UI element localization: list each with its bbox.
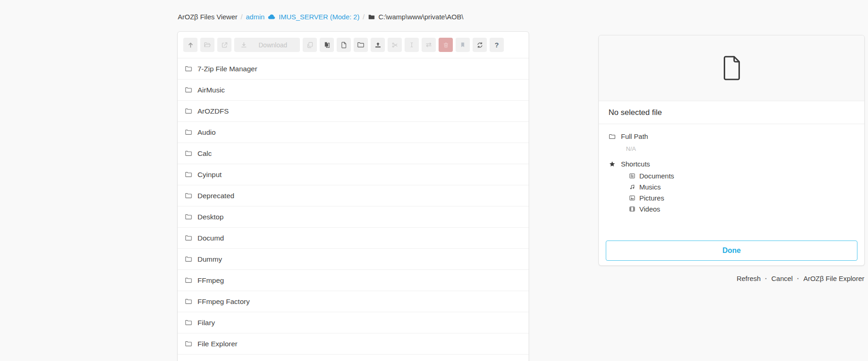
toolbar: Download [178,32,529,58]
breadcrumb-path: C:\wamp\www\private\AOB\ [378,13,463,21]
file-row-label: Desktop [197,213,224,221]
scissors-icon [391,41,399,49]
navigate-up-button[interactable] [183,38,197,52]
new-file-icon [340,41,348,49]
file-row-documd[interactable]: Documd [178,228,529,249]
folder-icon [185,276,192,284]
file-row-label: FFmpeg Factory [197,298,250,306]
copy-icon [323,41,331,49]
folder-icon [185,213,192,221]
shortcut-videos[interactable]: Videos [629,203,855,214]
shortcuts-label: Shortcuts [621,160,650,168]
folder-icon [185,340,192,348]
file-row-7zip[interactable]: 7-Zip File Manager [178,58,529,80]
file-row-desktop[interactable]: Desktop [178,206,529,228]
copy-button[interactable] [320,38,334,52]
arrow-up-icon [187,41,194,49]
bookmark-button[interactable] [456,38,470,52]
shortcut-label: Pictures [639,194,664,202]
open-external-button[interactable] [217,38,231,52]
upload-icon [374,41,382,49]
file-explorer-link[interactable]: ArOZβ File Explorer [803,275,864,282]
footer-separator: · [765,275,767,282]
folder-icon [609,133,616,140]
duplicate-button[interactable] [303,38,317,52]
file-row-ffmpeg-factory[interactable]: FFmpeg Factory [178,291,529,312]
file-row-arozdfs[interactable]: ArOZDFS [178,101,529,122]
file-list: 7-Zip File Manager AirMusic ArOZDFS Audi… [178,58,529,355]
text-cursor-icon [408,41,415,48]
refresh-icon [476,41,484,49]
folder-filled-icon [368,13,375,21]
folder-icon [185,171,192,178]
done-button[interactable]: Done [606,241,857,261]
file-row-label: ArOZDFS [197,107,229,115]
shortcut-label: Documents [639,172,674,180]
breadcrumb-server-link[interactable]: IMUS_SERVER (Mode: 2) [279,13,360,21]
app-title: ArOZβ Files Viewer [178,13,237,21]
folder-icon [185,234,192,242]
cancel-link[interactable]: Cancel [771,275,793,282]
file-row-audio[interactable]: Audio [178,122,529,143]
cut-button[interactable] [388,38,402,52]
file-row-deprecated[interactable]: Deprecated [178,185,529,206]
file-row-label: Audio [197,128,216,137]
folder-icon [185,255,192,263]
new-folder-button[interactable] [354,38,368,52]
rename-button[interactable] [405,38,419,52]
refresh-button[interactable] [473,38,487,52]
refresh-link[interactable]: Refresh [737,275,761,282]
picture-icon [629,195,636,201]
shortcuts-item: Shortcuts [609,158,855,170]
breadcrumb-user-link[interactable]: admin [246,13,265,21]
bookmark-icon [459,41,466,48]
full-path-label: Full Path [621,132,648,140]
full-path-item: Full Path [609,130,855,143]
clone-icon [306,41,314,49]
breadcrumb-separator: / [363,13,365,21]
shortcut-pictures[interactable]: Pictures [629,192,855,203]
footer-links: Refresh · Cancel · ArOZβ File Explorer [737,275,864,282]
file-row-dummy[interactable]: Dummy [178,249,529,270]
shortcut-documents[interactable]: Documents [629,170,855,181]
external-link-icon [221,41,228,49]
cloud-icon [268,13,276,21]
file-row-label: Calc [197,149,212,158]
file-row-ffmpeg[interactable]: FFmpeg [178,270,529,291]
file-row-label: 7-Zip File Manager [197,65,257,73]
shortcut-label: Musics [639,183,661,191]
file-row-file-explorer[interactable]: File Explorer [178,333,529,355]
file-row-label: FFmpeg [197,276,224,285]
info-body: Full Path N/A Shortcuts Documents [599,124,864,220]
delete-button[interactable] [439,38,453,52]
folder-icon [185,107,192,115]
question-mark-icon: ? [495,41,499,49]
breadcrumb: ArOZβ Files Viewer / admin IMUS_SERVER (… [178,13,463,21]
shortcut-musics[interactable]: Musics [629,181,855,192]
music-note-icon [629,183,636,190]
shortcut-label: Videos [639,205,660,213]
download-button[interactable]: Download [234,38,300,52]
file-browser-panel: Download [177,31,529,361]
star-icon [609,160,616,168]
new-file-button[interactable] [337,38,351,52]
file-row-cyinput[interactable]: Cyinput [178,164,529,185]
trash-icon [442,41,450,49]
download-button-label: Download [259,41,287,49]
swap-arrows-icon [425,41,433,49]
download-icon [240,41,248,49]
file-row-label: File Explorer [197,340,237,348]
file-row-airmusic[interactable]: AirMusic [178,80,529,101]
file-row-calc[interactable]: Calc [178,143,529,164]
open-button[interactable] [200,38,214,52]
help-button[interactable]: ? [490,38,504,52]
move-button[interactable] [422,38,436,52]
folder-icon [185,319,192,327]
film-icon [629,206,636,212]
upload-button[interactable] [371,38,385,52]
breadcrumb-separator: / [241,13,242,21]
file-row-label: Dummy [197,255,222,264]
file-row-label: Deprecated [197,192,234,200]
file-row-filary[interactable]: Filary [178,312,529,333]
folder-icon [185,65,192,73]
